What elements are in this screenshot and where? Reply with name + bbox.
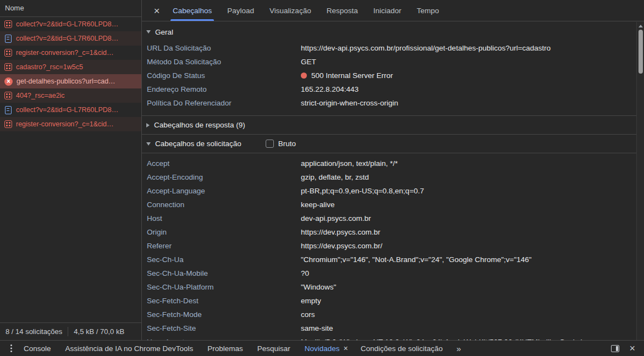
raw-headers-label[interactable]: Bruto <box>278 140 296 148</box>
header-key: Host <box>147 214 301 222</box>
header-row: Origin https://dev.psycs.com.br <box>142 225 636 239</box>
headers-content: Geral URL Da Solicitação https://dev-api… <box>142 21 644 340</box>
network-request-row-selected[interactable]: get-detalhes-publicos?url=cad… <box>0 74 141 88</box>
header-row: Política Do Referenciador strict-origin-… <box>142 96 636 110</box>
header-value: ?0 <box>301 269 636 277</box>
header-key: Sec-Fetch-Mode <box>147 310 301 319</box>
tab-tempo[interactable]: Tempo <box>409 0 447 21</box>
request-name: collect?v=2&tid=G-L7R60LPD8… <box>16 106 118 114</box>
tab-cabecalhos[interactable]: Cabeçalhos <box>165 0 219 21</box>
header-key: Origin <box>147 228 301 236</box>
header-row: Sec-Ch-Ua "Chromium";v="146", "Not-A.Bra… <box>142 253 636 266</box>
document-icon <box>5 106 12 114</box>
section-title: Cabeçalhos de solicitação <box>155 140 241 148</box>
header-value: "Windows" <box>301 283 636 291</box>
header-key: Sec-Ch-Ua <box>147 255 301 264</box>
header-value: application/json, text/plain, */* <box>301 159 636 168</box>
section-title: Geral <box>155 28 173 36</box>
raw-headers-checkbox[interactable] <box>266 140 274 148</box>
header-row: Host dev-api.psycs.com.br <box>142 212 636 225</box>
header-value: empty <box>301 297 636 305</box>
scroll-up-arrow-icon[interactable] <box>639 25 643 27</box>
network-request-row[interactable]: register-conversion?_c=1&cid… <box>0 117 141 131</box>
requests-count: 8 / 14 solicitações <box>5 327 62 336</box>
header-key: Método Da Solicitação <box>147 58 301 66</box>
section-request-headers[interactable]: Cabeçalhos de solicitação Bruto <box>142 135 636 153</box>
request-rows: collect?v=2&tid=G-L7R60LPD8… collect?v=2… <box>0 17 141 322</box>
network-request-row[interactable]: collect?v=2&tid=G-L7R60LPD8… <box>0 103 141 117</box>
header-key: Política Do Referenciador <box>147 99 301 107</box>
disclosure-triangle-expanded-icon <box>146 142 151 146</box>
header-value: same-site <box>301 324 636 332</box>
network-request-row[interactable]: collect?v=2&tid=G-L7R60LPD8… <box>0 31 141 46</box>
header-value: GET <box>301 58 636 66</box>
network-request-row[interactable]: collect?v=2&tid=G-L7R60LPD8… <box>0 17 141 31</box>
vertical-scrollbar[interactable] <box>636 22 644 340</box>
tracking-pixel-icon <box>4 49 12 57</box>
drawer-tab-problemas[interactable]: Problemas <box>200 344 250 353</box>
header-key: URL Da Solicitação <box>147 44 301 52</box>
drawer-tab-novidades[interactable]: Novidades <box>298 344 343 353</box>
header-row: Código De Status 500 Internal Server Err… <box>142 69 636 82</box>
section-title: Cabeçalhos de resposta (9) <box>154 121 245 129</box>
drawer-tab-condicoes[interactable]: Condições de solicitação <box>354 344 450 353</box>
close-drawer-icon[interactable]: × <box>629 343 635 353</box>
status-text: 500 Internal Server Error <box>311 71 393 80</box>
tab-iniciador[interactable]: Iniciador <box>366 0 409 21</box>
disclosure-triangle-collapsed-icon <box>146 123 150 127</box>
tab-resposta[interactable]: Resposta <box>319 0 366 21</box>
network-summary-bar: 8 / 14 solicitações 4,5 kB / 70,0 kB <box>0 322 141 340</box>
more-options-kebab-icon[interactable] <box>5 343 16 353</box>
section-response-headers[interactable]: Cabeçalhos de resposta (9) <box>142 116 636 134</box>
request-name: collect?v=2&tid=G-L7R60LPD8… <box>16 20 118 28</box>
tracking-pixel-icon <box>4 20 12 28</box>
header-value: cors <box>301 310 636 319</box>
header-value: strict-origin-when-cross-origin <box>301 99 636 107</box>
header-value: 165.22.8.204:443 <box>301 85 636 93</box>
close-novidades-tab-icon[interactable]: × <box>343 344 354 353</box>
header-key: Accept-Encoding <box>147 173 301 181</box>
transferred-size: 4,5 kB / 70,0 kB <box>74 327 124 336</box>
request-name: collect?v=2&tid=G-L7R60LPD8… <box>16 35 118 42</box>
header-value: pt-BR,pt;q=0.9,en-US;q=0.8,en;q=0.7 <box>301 187 636 195</box>
tab-payload[interactable]: Payload <box>219 0 262 21</box>
tab-visualizacao[interactable]: Visualização <box>262 0 319 21</box>
header-value: gzip, deflate, br, zstd <box>301 173 636 181</box>
scrollbar-thumb[interactable] <box>639 30 643 74</box>
tracking-pixel-icon <box>4 92 12 99</box>
header-row: Método Da Solicitação GET <box>142 55 636 69</box>
header-value: https://dev.psycs.com.br <box>301 228 636 236</box>
header-row: Connection keep-alive <box>142 198 636 212</box>
network-request-row[interactable]: register-conversion?_c=1&cid… <box>0 46 141 60</box>
drawer-tab-ai-assistance[interactable]: Assistência de IA no Chrome DevTools <box>58 344 201 353</box>
header-row: Accept application/json, text/plain, */* <box>142 157 636 170</box>
header-key: Sec-Ch-Ua-Platform <box>147 283 301 291</box>
drawer-tab-console[interactable]: Console <box>16 344 58 353</box>
header-key: Connection <box>147 201 301 209</box>
more-tabs-icon[interactable]: » <box>450 344 467 353</box>
summary-divider <box>68 327 68 336</box>
request-details-panel: × Cabeçalhos Payload Visualização Respos… <box>142 0 644 340</box>
name-column-header[interactable]: Nome <box>0 0 141 17</box>
header-row: Endereço Remoto 165.22.8.204:443 <box>142 82 636 96</box>
header-value: "Chromium";v="146", "Not-A.Brand";v="24"… <box>301 255 636 264</box>
header-row: Sec-Fetch-Dest empty <box>142 294 636 308</box>
request-name: cadastro?_rsc=1w5c5 <box>16 63 83 71</box>
network-request-row[interactable]: 404?_rsc=ae2ic <box>0 88 141 103</box>
network-request-row[interactable]: cadastro?_rsc=1w5c5 <box>0 60 141 74</box>
header-key: Sec-Fetch-Dest <box>147 297 301 305</box>
header-row: Referer https://dev.psycs.com.br/ <box>142 239 636 253</box>
close-details-icon[interactable]: × <box>148 5 165 16</box>
dock-side-icon[interactable] <box>611 345 619 352</box>
network-request-list: Nome collect?v=2&tid=G-L7R60LPD8… collec… <box>0 0 142 340</box>
disclosure-triangle-expanded-icon <box>146 30 151 34</box>
section-general[interactable]: Geral <box>142 23 636 41</box>
header-key: User-Agent <box>147 338 301 340</box>
header-value: https://dev.psycs.com.br/ <box>301 242 636 250</box>
header-value: https://dev-api.psycs.com.br/profissiona… <box>301 44 636 52</box>
error-circle-icon <box>4 77 13 86</box>
header-key: Accept-Language <box>147 187 301 195</box>
drawer-tab-pesquisar[interactable]: Pesquisar <box>250 344 298 353</box>
request-name: 404?_rsc=ae2ic <box>16 92 65 99</box>
header-key: Código De Status <box>147 71 301 80</box>
